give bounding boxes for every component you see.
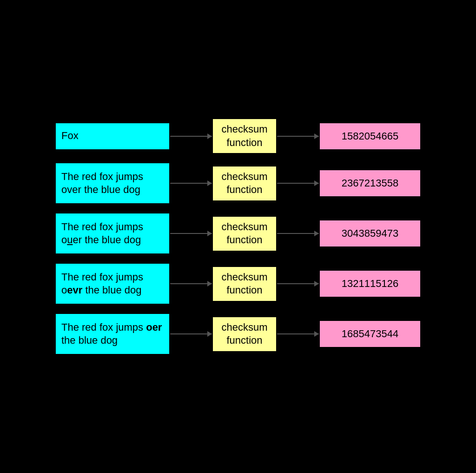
input-ouer-text: The red fox jumps ouer the blue dog: [61, 220, 164, 247]
row-ouer: The red fox jumps ouer the blue dog chec…: [55, 213, 421, 254]
connector-oer-right: [277, 333, 319, 334]
function-oevr: checksumfunction: [212, 266, 277, 302]
input-oevr-text: The red fox jumps oevr the blue dog: [61, 271, 164, 297]
output-fox-value: 1582054665: [342, 130, 398, 142]
oer-bold: oer: [146, 321, 162, 333]
connector-oevr-right: [277, 283, 319, 284]
input-oer-text: The red fox jumps oer the blue dog: [61, 321, 164, 347]
output-oevr-value: 1321115126: [342, 278, 398, 290]
function-oer-label: checksumfunction: [221, 321, 267, 347]
function-full: checksumfunction: [212, 166, 277, 201]
connector-ouer-right: [277, 233, 319, 234]
output-ouer-value: 3043859473: [342, 227, 398, 240]
output-oer-value: 1685473544: [342, 328, 398, 340]
diagram: Fox checksumfunction 1582054665 The red …: [46, 109, 430, 364]
function-oevr-label: checksumfunction: [221, 271, 267, 297]
input-full-text: The red fox jumps over the blue dog: [61, 170, 164, 197]
connector-fox-right: [277, 136, 319, 137]
function-ouer: checksumfunction: [212, 216, 277, 252]
connector-oevr-left: [170, 283, 212, 284]
function-fox-label: checksumfunction: [221, 123, 267, 149]
connector-ouer-left: [170, 233, 212, 234]
output-fox: 1582054665: [319, 122, 421, 150]
input-ouer: The red fox jumps ouer the blue dog: [55, 213, 170, 254]
input-oevr: The red fox jumps oevr the blue dog: [55, 263, 170, 305]
ouer-underline: u: [67, 234, 73, 246]
input-fox-text: Fox: [61, 129, 79, 143]
row-oevr: The red fox jumps oevr the blue dog chec…: [55, 263, 421, 305]
row-fox: Fox checksumfunction 1582054665: [55, 118, 421, 154]
function-fox: checksumfunction: [212, 118, 277, 154]
oevr-bold: evr: [67, 284, 82, 296]
output-oevr: 1321115126: [319, 270, 421, 298]
row-oer: The red fox jumps oer the blue dog check…: [55, 313, 421, 355]
connector-oer-left: [170, 333, 212, 334]
row-full: The red fox jumps over the blue dog chec…: [55, 162, 421, 204]
output-ouer: 3043859473: [319, 220, 421, 247]
input-fox: Fox: [55, 122, 170, 150]
connector-full-right: [277, 183, 319, 184]
function-ouer-label: checksumfunction: [221, 220, 267, 247]
function-oer: checksumfunction: [212, 316, 277, 352]
output-full: 2367213558: [319, 169, 421, 197]
input-full: The red fox jumps over the blue dog: [55, 162, 170, 204]
connector-full-left: [170, 183, 212, 184]
output-oer: 1685473544: [319, 320, 421, 348]
function-full-label: checksumfunction: [221, 170, 267, 197]
input-oer: The red fox jumps oer the blue dog: [55, 313, 170, 355]
output-full-value: 2367213558: [342, 177, 398, 189]
connector-fox-left: [170, 136, 212, 137]
